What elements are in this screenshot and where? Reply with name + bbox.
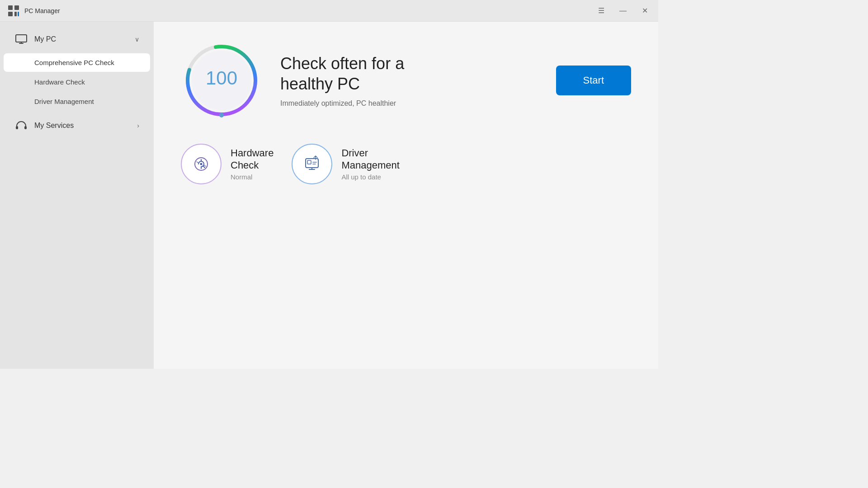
svg-point-13 bbox=[200, 163, 203, 165]
sidebar-item-comprehensive[interactable]: Comprehensive PC Check bbox=[4, 53, 150, 72]
score-card: 100 Check often for a healthy PC Immedia… bbox=[181, 40, 631, 121]
driver-management-status: All up to date bbox=[341, 173, 399, 181]
app-body: My PC ∨ Comprehensive PC Check Hardware … bbox=[0, 22, 658, 369]
mypc-items: Comprehensive PC Check Hardware Check Dr… bbox=[0, 53, 154, 111]
svg-rect-7 bbox=[24, 126, 27, 129]
minimize-button[interactable]: — bbox=[617, 5, 629, 17]
svg-rect-5 bbox=[16, 35, 27, 42]
svg-rect-0 bbox=[8, 5, 13, 10]
score-gauge: 100 bbox=[181, 40, 262, 121]
driver-management-card: Driver Management All up to date bbox=[292, 144, 399, 184]
mypc-section: My PC ∨ Comprehensive PC Check Hardware … bbox=[0, 26, 154, 111]
main-content: 100 Check often for a healthy PC Immedia… bbox=[154, 22, 658, 369]
check-title: Check often for a healthy PC bbox=[280, 53, 538, 94]
hardware-check-name: Hardware Check bbox=[231, 147, 274, 171]
mypc-section-header[interactable]: My PC ∨ bbox=[4, 26, 150, 52]
hardware-check-status: Normal bbox=[231, 173, 274, 181]
myservices-section: My Services › bbox=[0, 113, 154, 139]
mypc-label: My PC bbox=[34, 35, 135, 43]
headphones-icon bbox=[14, 119, 28, 132]
close-button[interactable]: ✕ bbox=[638, 5, 651, 17]
svg-point-10 bbox=[219, 113, 224, 117]
monitor-icon bbox=[14, 33, 28, 46]
hardware-check-info: Hardware Check Normal bbox=[231, 147, 274, 181]
chevron-down-icon: ∨ bbox=[135, 36, 139, 43]
score-text: Check often for a healthy PC Immediately… bbox=[280, 53, 538, 108]
window-controls: ☰ — ✕ bbox=[595, 5, 651, 17]
app-logo bbox=[7, 5, 20, 17]
score-value: 100 bbox=[206, 67, 237, 89]
sidebar: My PC ∨ Comprehensive PC Check Hardware … bbox=[0, 22, 154, 369]
svg-rect-4 bbox=[18, 12, 19, 16]
sidebar-item-driver[interactable]: Driver Management bbox=[4, 92, 150, 111]
titlebar: PC Manager ☰ — ✕ bbox=[0, 0, 658, 22]
myservices-section-header[interactable]: My Services › bbox=[4, 113, 150, 139]
driver-management-info: Driver Management All up to date bbox=[341, 147, 399, 181]
svg-rect-15 bbox=[307, 160, 311, 164]
svg-rect-2 bbox=[8, 12, 13, 16]
status-cards: Hardware Check Normal bbox=[181, 144, 631, 184]
hardware-check-card: Hardware Check Normal bbox=[181, 144, 274, 184]
chevron-right-icon: › bbox=[137, 122, 139, 129]
svg-rect-1 bbox=[14, 5, 19, 10]
svg-rect-3 bbox=[14, 12, 17, 16]
menu-button[interactable]: ☰ bbox=[595, 5, 608, 17]
app-title: PC Manager bbox=[24, 7, 595, 14]
driver-management-icon-container bbox=[292, 144, 332, 184]
start-button[interactable]: Start bbox=[556, 66, 631, 95]
svg-rect-6 bbox=[16, 126, 18, 129]
sidebar-item-hardware[interactable]: Hardware Check bbox=[4, 73, 150, 91]
check-subtitle: Immediately optimized, PC healthier bbox=[280, 99, 538, 108]
driver-management-name: Driver Management bbox=[341, 147, 399, 171]
myservices-label: My Services bbox=[34, 122, 137, 130]
hardware-check-icon-container bbox=[181, 144, 222, 184]
